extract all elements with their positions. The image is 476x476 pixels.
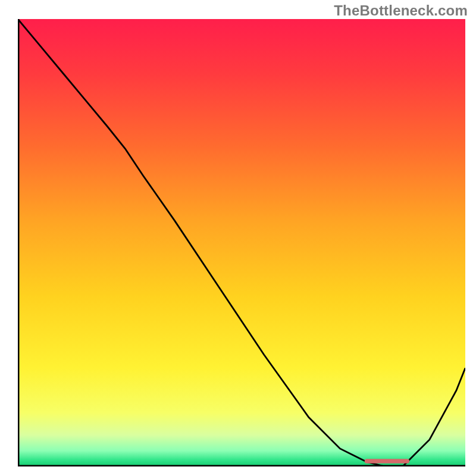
chart-svg xyxy=(18,19,465,466)
plot-area xyxy=(18,19,465,466)
watermark-label: TheBottleneck.com xyxy=(334,2,468,19)
gradient-background xyxy=(18,19,465,466)
chart-frame: TheBottleneck.com xyxy=(0,0,476,476)
